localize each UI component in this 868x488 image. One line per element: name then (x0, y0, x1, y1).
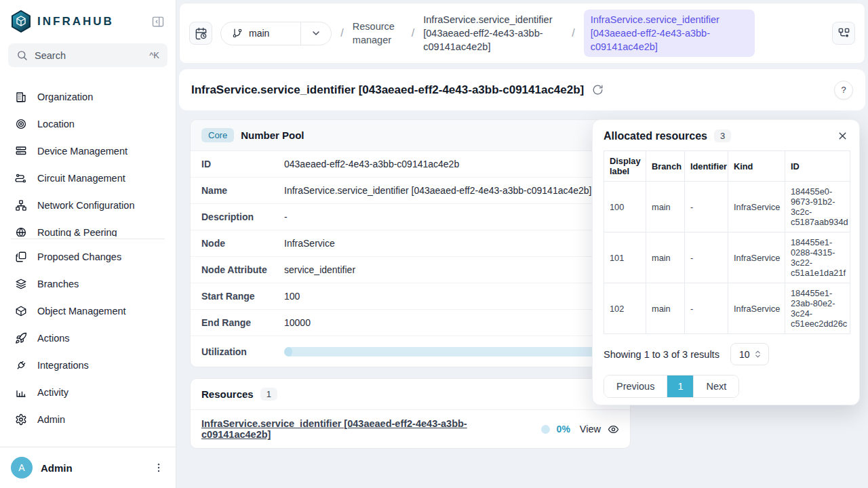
route-icon (15, 172, 27, 184)
page-title: InfraService.service_identifier [043aeae… (191, 83, 584, 97)
resources-title: Resources (201, 388, 254, 400)
network-icon (15, 199, 27, 211)
sidebar-item-integrations[interactable]: Integrations (5, 352, 170, 379)
git-branch-icon (232, 28, 243, 39)
close-icon[interactable] (837, 130, 848, 142)
breadcrumb-separator: / (571, 27, 575, 39)
search-input[interactable]: Search ^K (8, 43, 167, 67)
refresh-icon[interactable] (592, 84, 604, 96)
sidebar-item-network-configuration[interactable]: Network Configuration (5, 192, 170, 219)
col-kind: Kind (728, 151, 785, 182)
page-size-select[interactable]: 10 (730, 343, 770, 365)
breadcrumb-pool[interactable]: InfraService.service_identifier [043aeae… (423, 13, 563, 54)
sidebar-item-label: Device Management (37, 146, 127, 157)
sidebar-item-actions[interactable]: Actions (5, 325, 170, 352)
view-button[interactable]: View (580, 424, 601, 434)
sidebar-item-organization[interactable]: Organization (5, 83, 170, 110)
sidebar-item-object-management[interactable]: Object Management (5, 298, 170, 325)
pagination-controls: Previous 1 Next (604, 375, 739, 398)
time-travel-button[interactable] (189, 22, 212, 45)
breadcrumb-current[interactable]: InfraService.service_identifier [043aeae… (584, 9, 755, 57)
eye-icon[interactable] (608, 424, 619, 435)
branch-selector-value[interactable]: main (221, 28, 300, 39)
location-icon (15, 118, 27, 130)
resource-link[interactable]: InfraService.service_identifier [043aeae… (201, 418, 530, 440)
table-row: 101 main - InfraService 184455e1-0288-43… (604, 232, 850, 283)
sidebar-item-label: Activity (37, 387, 68, 398)
detail-label: End Range (201, 317, 284, 328)
sidebar-nav-secondary: Proposed Changes Branches Object Managem… (0, 239, 176, 436)
next-page-button[interactable]: Next (694, 375, 738, 397)
infrahub-logo-icon (11, 10, 31, 33)
detail-label: Utilization (201, 346, 284, 357)
layers-icon (15, 278, 27, 290)
resources-card-header: Resources 1 (191, 379, 630, 410)
sidebar-collapse-icon[interactable] (151, 15, 165, 28)
utilization-progress-bar (284, 347, 619, 357)
sidebar-item-branches[interactable]: Branches (5, 270, 170, 298)
current-page-button[interactable]: 1 (667, 375, 694, 397)
sidebar-item-device-management[interactable]: Device Management (5, 138, 170, 165)
sidebar-item-circuit-management[interactable]: Circuit Management (5, 165, 170, 192)
sidebar-item-label: Organization (37, 92, 93, 102)
resources-count-badge: 1 (260, 388, 277, 401)
building-icon (15, 91, 27, 103)
cube-icon (15, 305, 27, 317)
detail-row-name: Name InfraService.service_identifier [04… (191, 178, 630, 204)
sidebar-item-label: Circuit Management (37, 173, 125, 184)
help-button[interactable]: ? (834, 81, 853, 100)
col-id: ID (785, 151, 850, 182)
detail-label: Node (201, 238, 284, 249)
schema-visualizer-button[interactable] (832, 22, 855, 45)
cell-display-label: 102 (604, 283, 646, 334)
breadcrumb-resource-manager[interactable]: Resource manager (353, 20, 403, 47)
logo-row: INFRAHUB (0, 0, 176, 41)
kebab-menu-icon[interactable] (153, 462, 165, 474)
sidebar-item-label: Proposed Changes (37, 251, 121, 262)
page-size-value: 10 (739, 349, 750, 360)
detail-label: Description (201, 211, 284, 222)
breadcrumb-separator: / (411, 27, 415, 39)
user-name: Admin (41, 462, 73, 474)
resources-card: Resources 1 InfraService.service_identif… (190, 378, 631, 449)
cell-branch: main (646, 232, 685, 283)
card-title: Number Pool (241, 129, 304, 141)
cell-identifier: - (685, 182, 728, 232)
sidebar-item-label: Actions (37, 333, 70, 344)
user-menu[interactable]: A Admin (0, 447, 176, 488)
search-icon (16, 49, 28, 61)
sidebar-item-admin[interactable]: Admin (5, 406, 170, 433)
cell-id: 184455e1-0288-4315-3c22-c51a1e1da21f (785, 232, 850, 283)
sidebar-item-proposed-changes[interactable]: Proposed Changes (5, 243, 170, 270)
breadcrumb-bar: main / Resource manager / InfraService.s… (179, 3, 865, 64)
detail-row-node: Node InfraService (191, 230, 630, 257)
sidebar-item-activity[interactable]: Activity (5, 379, 170, 406)
cell-branch: main (646, 283, 685, 334)
sidebar-item-location[interactable]: Location (5, 110, 170, 138)
sidebar-item-label: Branches (37, 279, 79, 289)
calendar-clock-icon (195, 27, 208, 40)
search-placeholder: Search (35, 50, 66, 61)
panel-header: Allocated resources 3 (604, 129, 848, 142)
previous-page-button[interactable]: Previous (604, 375, 667, 397)
cell-id: 184455e0-9673-91b2-3c2c-c5187aab934d (785, 182, 850, 232)
cell-kind: InfraService (728, 283, 785, 334)
detail-value: 100 (284, 291, 619, 302)
avatar: A (11, 457, 33, 479)
detail-value: InfraService.service_identifier [043aeae… (284, 185, 619, 196)
pagination-summary-row: Showing 1 to 3 of 3 results 10 (604, 343, 848, 365)
cell-identifier: - (685, 232, 728, 283)
page-header: InfraService.service_identifier [043aeae… (179, 69, 865, 110)
core-badge: Core (201, 128, 234, 142)
col-branch: Branch (646, 151, 685, 182)
chevrons-up-down-icon (753, 350, 762, 359)
branch-selector-toggle[interactable] (300, 22, 331, 45)
branch-selector[interactable]: main (220, 22, 332, 45)
detail-row-node-attribute: Node Attribute service_identifier (191, 257, 630, 283)
diff-icon (15, 251, 27, 263)
cell-display-label: 101 (604, 232, 646, 283)
resource-utilization-dot (541, 425, 550, 434)
cell-kind: InfraService (728, 182, 785, 232)
detail-row-utilization: Utilization (191, 336, 630, 367)
sidebar-item-routing-peering[interactable]: Routing & Peering (5, 219, 170, 237)
